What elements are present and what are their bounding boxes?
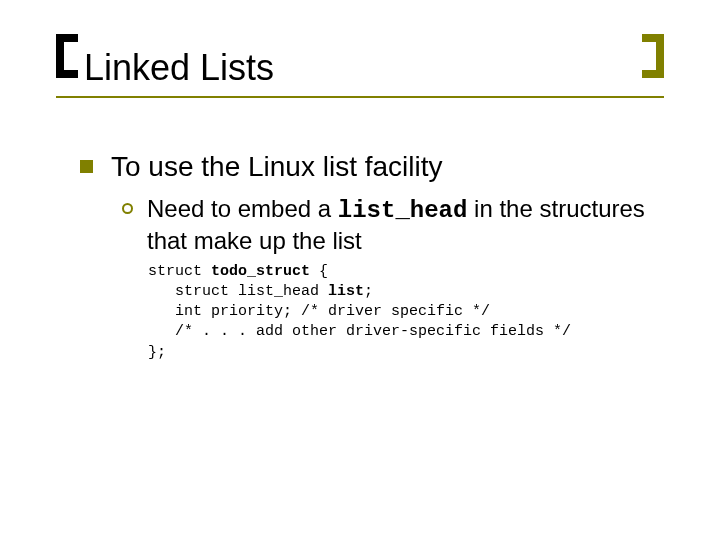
slide-title: Linked Lists	[84, 48, 636, 88]
title-underline-icon	[56, 96, 664, 98]
bullet-level2: Need to embed a list_head in the structu…	[122, 194, 660, 256]
slide-body: To use the Linux list facility Need to e…	[80, 150, 660, 363]
code-l5: };	[148, 344, 166, 361]
circle-bullet-icon	[122, 203, 133, 214]
title-bracket: Linked Lists	[56, 48, 664, 98]
lvl2-code-inline: list_head	[338, 197, 468, 224]
bullet-level1: To use the Linux list facility	[80, 150, 660, 184]
code-l2c: ;	[364, 283, 373, 300]
square-bullet-icon	[80, 160, 93, 173]
bracket-right-top-icon	[642, 34, 664, 42]
bullet-level2-text: Need to embed a list_head in the structu…	[147, 194, 660, 256]
code-l1a: struct	[148, 263, 211, 280]
code-l1b: todo_struct	[211, 263, 310, 280]
code-l2b: list	[328, 283, 364, 300]
code-l4: /* . . . add other driver-specific field…	[148, 323, 571, 340]
code-l3: int priority; /* driver specific */	[148, 303, 490, 320]
slide: Linked Lists To use the Linux list facil…	[0, 0, 720, 540]
bracket-left-bottom-icon	[56, 70, 78, 78]
lvl2-pre: Need to embed a	[147, 195, 338, 222]
title-area: Linked Lists	[56, 48, 664, 98]
bracket-right-bottom-icon	[642, 70, 664, 78]
code-l2a: struct list_head	[148, 283, 328, 300]
bullet-level1-text: To use the Linux list facility	[111, 150, 443, 184]
code-block: struct todo_struct { struct list_head li…	[148, 262, 660, 363]
bracket-left-top-icon	[56, 34, 78, 42]
code-l1c: {	[310, 263, 328, 280]
